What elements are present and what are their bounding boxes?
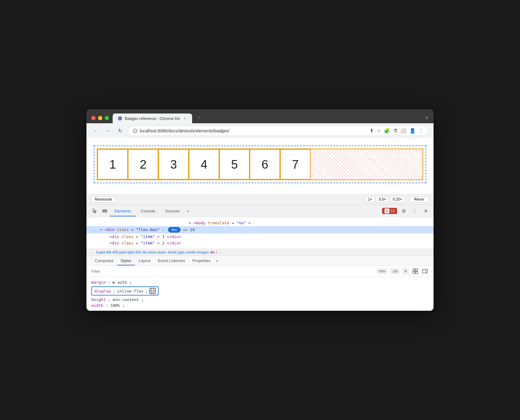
svg-rect-4	[103, 210, 107, 211]
profile-icon[interactable]: 👤	[409, 128, 416, 134]
css-properties: margin : ▶ auto ; display : inline-flex …	[86, 277, 434, 311]
breadcrumb-stack[interactable]: div.stack.stack--block.type.center-image…	[142, 250, 209, 254]
css-height-line[interactable]: height : min-content ;	[91, 297, 429, 303]
svg-rect-5	[103, 211, 107, 212]
error-count: 13	[391, 209, 395, 213]
dom-line-item1[interactable]: <div class = "item" > 1 </div>	[110, 233, 429, 240]
devtools-tab-end: ✕ 13 ⚙ ⋮ ✕	[382, 207, 430, 215]
breadcrumb-dots[interactable]: …	[91, 250, 95, 254]
sidebar-toggle-icon-btn[interactable]	[421, 268, 429, 275]
close-devtools-button[interactable]: ✕	[421, 207, 430, 215]
css-display-line[interactable]: display : inline-flex ;	[91, 286, 159, 296]
browser-window: Badges reference - Chrome De × + ∨ ← → ↻…	[86, 109, 434, 311]
forward-button[interactable]: →	[104, 127, 112, 135]
tab-layout[interactable]: Layout	[135, 256, 154, 265]
layout-icon[interactable]: ⬜	[400, 128, 406, 134]
address-bar: ← → ↻ i localhost:8080/docs/devtools/ele…	[86, 123, 434, 138]
devtools-tabs: Elements Console Sources » ✕ 13 ⚙ ⋮ ✕	[86, 205, 434, 217]
chrome-icon	[118, 116, 122, 121]
traffic-lights	[91, 116, 109, 120]
zoom-1x-button[interactable]: 1×	[365, 196, 375, 202]
maximize-button[interactable]	[105, 116, 109, 120]
address-icons: ⬆ ☆ 🧩 ⚗ ⬜ 👤 ⋮	[370, 128, 423, 134]
close-button[interactable]	[91, 116, 96, 120]
dom-line-item2[interactable]: <div class = "item" > 2 </div>	[110, 240, 429, 246]
zoom-controls: 1× 0.5× 0.25×	[365, 196, 405, 202]
reload-button[interactable]: ↻	[116, 127, 124, 135]
bookmark-icon[interactable]: ☆	[377, 128, 381, 134]
settings-button[interactable]: ⚙	[399, 207, 408, 215]
flex-item-1: 1	[97, 149, 128, 180]
tab-properties[interactable]: Properties	[189, 256, 214, 265]
zoom-05x-button[interactable]: 0.5×	[376, 196, 389, 202]
flex-demo-inner: 1 2 3 4 5 6 7	[97, 149, 423, 180]
styles-tabs: Computed Styles Layout Event Listeners P…	[86, 256, 434, 266]
tab-bar: Badges reference - Chrome De × +	[113, 113, 421, 123]
minimize-button[interactable]	[98, 116, 102, 120]
flex-item-5: 5	[219, 149, 250, 180]
address-input[interactable]: i localhost:8080/docs/devtools/elements/…	[128, 126, 429, 136]
flask-icon[interactable]: ⚗	[393, 128, 397, 134]
resources-button[interactable]: Resources	[91, 196, 115, 202]
breadcrumb-pad[interactable]: ll.pad-left-400.pad-right-400	[96, 250, 141, 254]
address-text: localhost:8080/docs/devtools/elements/ba…	[140, 128, 367, 133]
tab-elements[interactable]: Elements	[110, 206, 136, 216]
flex-item-7: 7	[280, 149, 311, 180]
filter-actions: :hov .cls +	[376, 268, 429, 275]
filter-bar: :hov .cls +	[86, 266, 434, 277]
tab-event-listeners[interactable]: Event Listeners	[154, 256, 189, 265]
filter-input[interactable]	[91, 269, 374, 274]
menu-icon[interactable]: ⋮	[419, 128, 423, 134]
new-tab-button[interactable]: +	[195, 113, 204, 122]
add-style-button[interactable]: +	[402, 268, 409, 275]
error-badge[interactable]: ✕ 13	[382, 208, 397, 214]
cursor-icon	[92, 208, 98, 214]
flex-item-6: 6	[250, 149, 280, 180]
layers-icon-btn[interactable]	[100, 205, 110, 217]
cls-button[interactable]: .cls	[390, 268, 400, 274]
devtools-panel: Elements Console Sources » ✕ 13 ⚙ ⋮ ✕	[86, 204, 434, 311]
rerun-button[interactable]: Rerun	[409, 196, 429, 202]
error-x-icon: ✕	[385, 208, 389, 213]
window-chevron[interactable]: ∨	[425, 114, 429, 122]
tab-console[interactable]: Console	[136, 206, 160, 216]
breadcrumb-div[interactable]: div	[210, 250, 215, 254]
hov-button[interactable]: :hov	[376, 268, 388, 274]
overflow-area	[311, 149, 423, 180]
zoom-025x-button[interactable]: 0.25×	[390, 196, 405, 202]
dom-line-flexbox[interactable]: … ▾ <div class = "flex-box" : flex == $0	[86, 226, 434, 233]
breadcrumb-end-dots[interactable]: …	[218, 250, 222, 254]
tab-close-icon[interactable]: ×	[182, 116, 187, 121]
css-width-line[interactable]: width : 100% ;	[91, 303, 429, 308]
more-button[interactable]: ⋮	[410, 207, 419, 215]
breadcrumb-i[interactable]: i	[216, 250, 217, 254]
title-bar: Badges reference - Chrome De × + ∨	[86, 109, 434, 123]
back-button[interactable]: ←	[91, 127, 100, 135]
styles-tab-more[interactable]: »	[214, 256, 220, 265]
tab-title: Badges reference - Chrome De	[125, 116, 180, 121]
browser-tab[interactable]: Badges reference - Chrome De ×	[113, 114, 192, 123]
flex-badge[interactable]: flex	[168, 227, 181, 233]
flex-layout-icon-btn[interactable]	[412, 268, 419, 275]
flex-item-3: 3	[158, 149, 189, 180]
share-icon[interactable]: ⬆	[370, 128, 374, 134]
flex-demo-container: 1 2 3 4 5 6 7	[94, 145, 426, 183]
sidebar-icon	[422, 268, 428, 274]
tab-styles[interactable]: Styles	[117, 256, 135, 265]
info-icon: i	[133, 129, 137, 133]
extensions-icon[interactable]: 🧩	[384, 128, 390, 134]
tab-sources[interactable]: Sources	[160, 206, 184, 216]
dom-line-body[interactable]: ▾ <body translate = "no" >	[91, 220, 429, 226]
triple-dot-icon: …	[91, 227, 95, 232]
flex-layout-icon	[413, 268, 418, 274]
display-grid-icon[interactable]	[149, 288, 156, 294]
breadcrumb-bar: … ll.pad-left-400.pad-right-400 div.stac…	[86, 249, 434, 256]
tab-more[interactable]: »	[184, 206, 191, 216]
devtools-bar: Resources 1× 0.5× 0.25× Rerun	[86, 194, 434, 204]
tab-computed[interactable]: Computed	[91, 256, 117, 265]
page-content: 1 2 3 4 5 6 7	[86, 138, 434, 194]
svg-rect-10	[423, 269, 427, 273]
cursor-icon-btn[interactable]	[90, 205, 100, 217]
svg-rect-6	[413, 269, 415, 271]
css-margin-line[interactable]: margin : ▶ auto ;	[91, 279, 429, 285]
